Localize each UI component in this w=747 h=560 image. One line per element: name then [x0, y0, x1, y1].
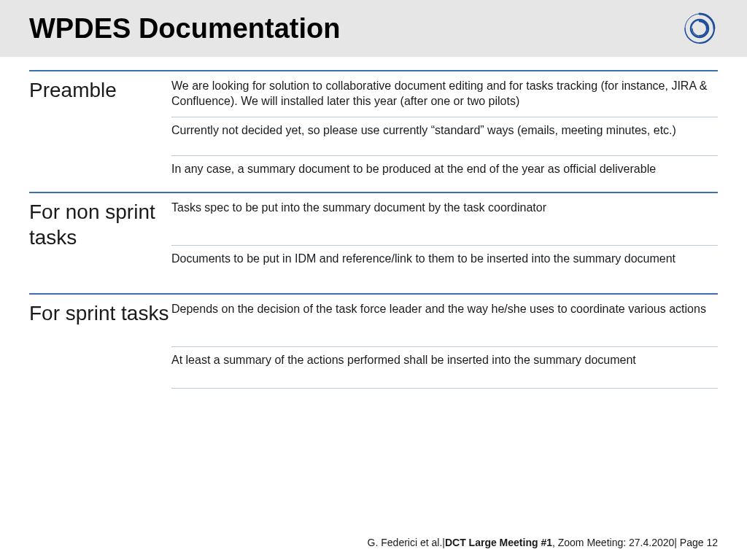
section-body: Tasks spec to be put into the summary do… — [171, 193, 718, 293]
slide-body: Preamble We are looking for solution to … — [0, 57, 747, 392]
section-label: For sprint tasks — [29, 295, 171, 326]
section-body: Depends on the decision of the task forc… — [171, 295, 718, 392]
section-sprint: For sprint tasks Depends on the decision… — [29, 293, 718, 392]
divider — [171, 245, 718, 246]
slide-footer: G. Federici et al.|DCT Large Meeting #1,… — [368, 537, 718, 548]
footer-author: G. Federici et al. — [368, 537, 443, 548]
section-preamble: Preamble We are looking for solution to … — [29, 70, 718, 192]
page-title: WPDES Documentation — [29, 13, 340, 44]
footer-meeting-rest: , Zoom Meeting: 27.4.2020 — [552, 537, 674, 548]
slide-header: WPDES Documentation — [0, 0, 747, 57]
divider — [171, 346, 718, 347]
eurofusion-logo-icon — [681, 10, 718, 47]
body-text: Documents to be put in IDM and reference… — [171, 249, 718, 271]
divider — [171, 388, 718, 389]
body-text: Tasks spec to be put into the summary do… — [171, 198, 718, 220]
body-text: We are looking for solution to collabora… — [171, 76, 718, 114]
body-text: In any case, a summary document to be pr… — [171, 159, 718, 182]
footer-page-num: 12 — [706, 537, 718, 548]
footer-meeting-bold: DCT Large Meeting #1 — [445, 537, 552, 548]
section-non-sprint: For non sprint tasks Tasks spec to be pu… — [29, 192, 718, 293]
body-text: Currently not decided yet, so please use… — [171, 120, 718, 143]
body-text: Depends on the decision of the task forc… — [171, 299, 718, 322]
section-body: We are looking for solution to collabora… — [171, 71, 718, 192]
divider — [171, 155, 718, 156]
footer-page-label: Page — [680, 537, 704, 548]
section-label: Preamble — [29, 71, 171, 103]
body-text: At least a summary of the actions perfor… — [171, 350, 718, 373]
section-label: For non sprint tasks — [29, 193, 171, 250]
svg-point-0 — [691, 20, 708, 37]
divider — [171, 117, 718, 117]
